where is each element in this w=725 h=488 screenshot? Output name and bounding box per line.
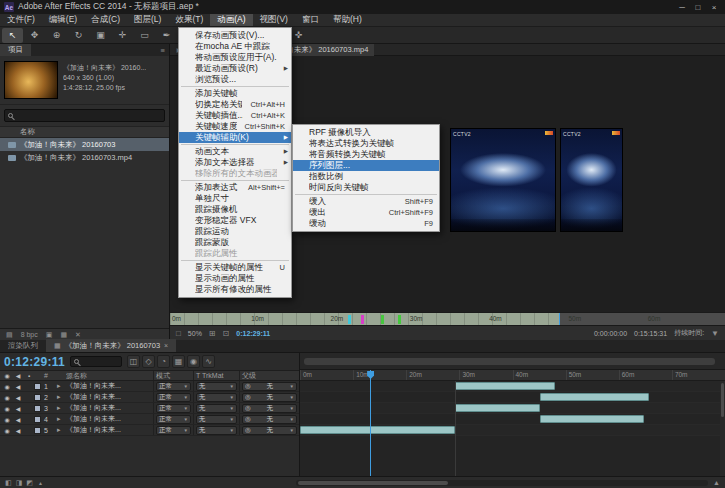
tab-project[interactable]: 项目 bbox=[0, 44, 31, 56]
project-item-row[interactable]: 《加油！向未来》 20160703 bbox=[0, 138, 169, 151]
delete-icon[interactable]: ✕ bbox=[75, 331, 81, 339]
trkmat-dropdown[interactable]: 无▼ bbox=[196, 382, 237, 391]
menubar-item[interactable]: 效果(T) bbox=[168, 14, 210, 26]
layer-name[interactable]: 《加油！向未来... bbox=[66, 392, 153, 402]
expand-transfer-controls-icon[interactable]: ◨ bbox=[16, 479, 23, 487]
mode-column-header[interactable]: 模式 bbox=[153, 371, 193, 380]
layer-row[interactable]: ◉ ◀ 4 ▸ 《加油！向未来... 正常▼ 无▼ ◎无▼ bbox=[0, 414, 299, 425]
submenu-item[interactable]: 缓入 Shift+F9 bbox=[293, 196, 439, 207]
trkmat-dropdown[interactable]: 无▼ bbox=[196, 426, 237, 435]
menubar-item[interactable]: 动画(A) bbox=[210, 14, 252, 26]
trkmat-dropdown[interactable]: 无▼ bbox=[196, 415, 237, 424]
footage-time-ruler[interactable]: 0m10m20m30m40m50m60m bbox=[170, 312, 725, 325]
menu-item[interactable]: 跟踪此属性 ▶ bbox=[179, 248, 291, 259]
twirl-icon[interactable]: ▸ bbox=[57, 404, 66, 412]
draft-3d-icon[interactable]: ◇ bbox=[142, 355, 155, 368]
submenu-item[interactable]: 缓出 Ctrl+Shift+F9 bbox=[293, 207, 439, 218]
menu-item[interactable]: 添加关键帧 ▶ bbox=[179, 88, 291, 99]
layer-name[interactable]: 《加油！向未来... bbox=[66, 381, 153, 391]
scrollbar-thumb[interactable] bbox=[298, 481, 448, 485]
new-folder-icon[interactable]: ▣ bbox=[46, 331, 53, 339]
graph-editor-icon[interactable]: ∿ bbox=[202, 355, 215, 368]
menu-item[interactable]: 移除所有的文本动画器 ▶ bbox=[179, 168, 291, 179]
expand-layer-switches-icon[interactable]: ◧ bbox=[5, 479, 12, 487]
trkmat-column-header[interactable]: T TrkMat bbox=[193, 371, 239, 380]
layer-row[interactable]: ◉ ◀ 2 ▸ 《加油！向未来... 正常▼ 无▼ ◎无▼ bbox=[0, 392, 299, 403]
menu-item[interactable]: 在mocha AE 中跟踪 ▶ bbox=[179, 41, 291, 52]
video-visibility-icon[interactable]: ◉ bbox=[3, 383, 11, 390]
frame-blend-icon[interactable]: ▦ bbox=[172, 355, 185, 368]
current-time-display[interactable]: 0:12:29:11 bbox=[4, 355, 65, 369]
submenu-item[interactable]: 指数比例 bbox=[293, 171, 439, 182]
in-point-time[interactable]: 0:00:00:00 bbox=[594, 330, 627, 337]
audio-icon[interactable]: ◀ bbox=[14, 394, 22, 401]
menu-item[interactable]: 单独尺寸 ▶ bbox=[179, 193, 291, 204]
comp-mini-flowchart-icon[interactable]: ◫ bbox=[127, 355, 140, 368]
layer-name[interactable]: 《加油！向未来... bbox=[66, 414, 153, 424]
menu-item[interactable]: 浏览预设... ▶ bbox=[179, 74, 291, 85]
vertical-scrollbar[interactable] bbox=[720, 381, 725, 476]
timeline-tab[interactable]: ▦ 渲染队列 × bbox=[0, 339, 46, 352]
pan-behind-tool[interactable]: ✛ bbox=[112, 28, 133, 43]
menubar-item[interactable]: 窗口 bbox=[295, 14, 326, 26]
timeline-ruler[interactable]: 0m10m20m30m40m50m60m70m bbox=[300, 370, 725, 381]
audio-icon[interactable]: ◀ bbox=[14, 383, 22, 390]
audio-icon[interactable]: ◀ bbox=[14, 416, 22, 423]
menu-item[interactable]: 添加表达式 Alt+Shift+= ▶ bbox=[179, 182, 291, 193]
menu-item[interactable]: 最近动画预设(R) ▶ bbox=[179, 63, 291, 74]
mode-dropdown[interactable]: 正常▼ bbox=[156, 415, 191, 424]
layer-color-chip[interactable] bbox=[34, 427, 41, 434]
mode-dropdown[interactable]: 正常▼ bbox=[156, 382, 191, 391]
menu-item[interactable]: 跟踪运动 ▶ bbox=[179, 226, 291, 237]
transparency-grid-icon[interactable]: □ bbox=[176, 329, 181, 338]
layer-duration-bar[interactable] bbox=[540, 393, 648, 401]
parent-column-header[interactable]: 父级 bbox=[239, 371, 299, 380]
video-visibility-icon[interactable]: ◉ bbox=[3, 394, 11, 401]
layer-duration-bar[interactable] bbox=[455, 382, 555, 390]
zoom-level[interactable]: 50% bbox=[188, 330, 202, 337]
hide-shy-icon[interactable]: ◔ bbox=[157, 355, 170, 368]
timeline-tab[interactable]: ▦ 《加油！向未来》 20160703 × bbox=[46, 339, 176, 352]
layer-color-chip[interactable] bbox=[34, 383, 41, 390]
layer-name[interactable]: 《加油！向未来... bbox=[66, 403, 153, 413]
submenu-item[interactable]: RPF 摄像机导入 bbox=[293, 127, 439, 138]
twirl-icon[interactable]: ▸ bbox=[57, 426, 66, 434]
timeline-marker[interactable] bbox=[361, 315, 364, 324]
camera-tool[interactable]: ▣ bbox=[90, 28, 111, 43]
options-caret-icon[interactable]: ▼ bbox=[711, 329, 719, 338]
layer-color-chip[interactable] bbox=[34, 416, 41, 423]
layer-duration-bar[interactable] bbox=[300, 426, 455, 434]
layer-duration-bar[interactable] bbox=[540, 415, 644, 423]
scrollbar-thumb[interactable] bbox=[721, 383, 724, 417]
twirl-icon[interactable]: ▸ bbox=[57, 415, 66, 423]
twirl-icon[interactable]: ▸ bbox=[57, 393, 66, 401]
menu-item[interactable]: 显示所有修改的属性 ▶ bbox=[179, 284, 291, 295]
layer-row[interactable]: ◉ ◀ 1 ▸ 《加油！向未来... 正常▼ 无▼ ◎无▼ bbox=[0, 381, 299, 392]
parent-dropdown[interactable]: ◎无▼ bbox=[242, 426, 297, 435]
menu-item[interactable]: 切换定格关键帧 Ctrl+Alt+H ▶ bbox=[179, 99, 291, 110]
current-time-indicator-line[interactable] bbox=[370, 370, 371, 476]
footage-current-time[interactable]: 0:12:29:11 bbox=[236, 330, 270, 337]
submenu-item[interactable]: 缓动 F9 bbox=[293, 218, 439, 229]
mask-shape-tool[interactable]: ▭ bbox=[134, 28, 155, 43]
mode-dropdown[interactable]: 正常▼ bbox=[156, 404, 191, 413]
pen-tool[interactable]: ✒ bbox=[156, 28, 177, 43]
rotation-tool[interactable]: ↻ bbox=[68, 28, 89, 43]
parent-dropdown[interactable]: ◎无▼ bbox=[242, 393, 297, 402]
grid-guides-icon[interactable]: ⊞ bbox=[209, 329, 216, 338]
parent-dropdown[interactable]: ◎无▼ bbox=[242, 382, 297, 391]
color-depth-button[interactable]: 8 bpc bbox=[21, 331, 38, 338]
out-point-time[interactable]: 0:15:15:31 bbox=[634, 330, 667, 337]
menu-item[interactable]: 显示动画的属性 ▶ bbox=[179, 273, 291, 284]
close-tab-icon[interactable]: × bbox=[164, 342, 168, 349]
source-name-column-header[interactable]: 源名称 bbox=[66, 371, 153, 381]
submenu-item[interactable]: 将表达式转换为关键帧 bbox=[293, 138, 439, 149]
submenu-item[interactable]: 时间反向关键帧 bbox=[293, 182, 439, 193]
layer-color-chip[interactable] bbox=[34, 394, 41, 401]
menu-item[interactable]: 跟踪蒙版 ▶ bbox=[179, 237, 291, 248]
expand-inout-icon[interactable]: ◩ bbox=[26, 479, 33, 487]
close-button[interactable]: × bbox=[707, 3, 721, 12]
minimize-button[interactable]: ─ bbox=[675, 3, 689, 12]
menu-item[interactable]: 将动画预设应用于(A)... ▶ bbox=[179, 52, 291, 63]
layer-preview-large[interactable]: CCTV2 bbox=[450, 128, 556, 232]
